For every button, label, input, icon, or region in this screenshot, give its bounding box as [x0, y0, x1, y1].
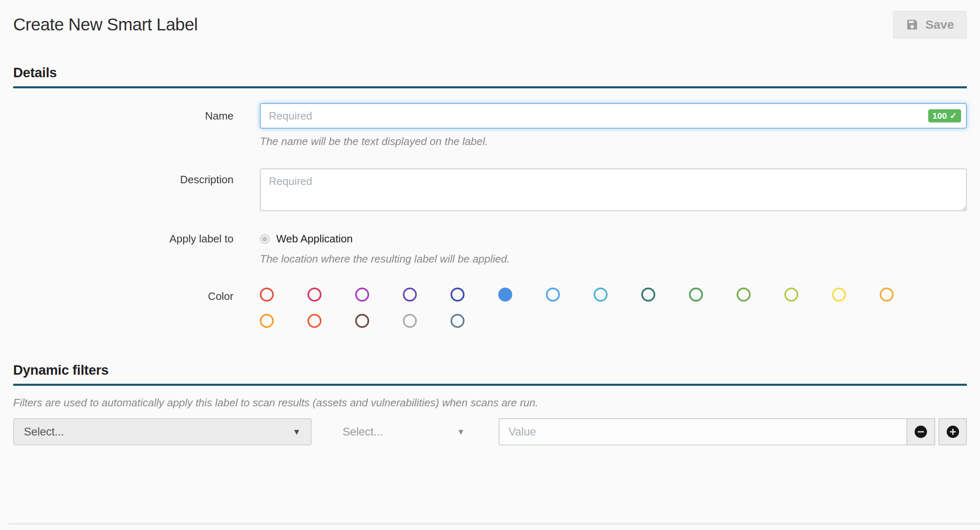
color-swatch[interactable] [451, 288, 465, 302]
check-icon: ✓ [950, 111, 957, 121]
color-swatch[interactable] [689, 288, 703, 302]
web-application-option-label: Web Application [276, 233, 353, 245]
plus-circle-icon [945, 424, 960, 439]
description-row: Description [13, 168, 967, 213]
color-swatch[interactable] [832, 288, 846, 302]
color-swatch[interactable] [355, 314, 369, 328]
topbar: Create New Smart Label Save [13, 0, 967, 39]
color-swatch[interactable] [594, 288, 608, 302]
details-section-rule [13, 86, 967, 88]
color-swatch[interactable] [641, 288, 655, 302]
filter-operator-select[interactable]: Select... ▼ [341, 418, 467, 445]
name-input[interactable] [260, 103, 967, 129]
apply-label-to-label: Apply label to [13, 233, 260, 265]
filter-value-group [499, 418, 935, 445]
radio-button-icon[interactable] [260, 234, 270, 244]
filter-category-placeholder: Select... [24, 426, 64, 438]
color-swatch[interactable] [403, 288, 417, 302]
filter-operator-placeholder: Select... [343, 426, 383, 438]
chars-remaining-badge: 100 ✓ [928, 109, 961, 122]
web-application-radio-option[interactable]: Web Application [260, 233, 967, 245]
caret-down-icon: ▼ [293, 427, 301, 437]
color-swatch[interactable] [451, 314, 465, 328]
color-label: Color [13, 288, 260, 328]
filter-row: Select... ▼ Select... ▼ [13, 418, 967, 445]
color-swatch[interactable] [307, 314, 321, 328]
caret-down-icon: ▼ [457, 427, 465, 437]
color-swatch[interactable] [260, 288, 274, 302]
dynamic-filters-description: Filters are used to automatically apply … [13, 396, 967, 409]
color-swatch[interactable] [546, 288, 560, 302]
dynamic-filters-section-title: Dynamic filters [13, 362, 967, 384]
color-swatch[interactable] [307, 288, 321, 302]
filter-category-select[interactable]: Select... ▼ [13, 418, 312, 445]
color-swatch[interactable] [403, 314, 417, 328]
color-swatch[interactable] [737, 288, 751, 302]
color-swatch[interactable] [880, 288, 894, 302]
add-filter-button[interactable] [938, 418, 967, 445]
color-swatch[interactable] [260, 314, 274, 328]
radio-dot [262, 237, 267, 242]
name-helper-text: The name will be the text displayed on t… [260, 135, 967, 148]
filter-value-input[interactable] [499, 419, 906, 445]
description-textarea[interactable] [260, 168, 967, 211]
color-swatch[interactable] [784, 288, 798, 302]
save-icon [906, 18, 919, 31]
name-label: Name [13, 103, 260, 148]
apply-label-helper-text: The location where the resulting label w… [260, 253, 967, 265]
color-swatch-row-2 [260, 314, 967, 328]
color-swatch-row-1 [260, 288, 967, 302]
remove-filter-button[interactable] [906, 419, 934, 445]
create-smart-label-page: Create New Smart Label Save Details Name… [0, 0, 980, 530]
minus-circle-icon [913, 424, 928, 439]
save-button-label: Save [925, 18, 954, 32]
description-label: Description [13, 168, 260, 213]
apply-label-to-row: Apply label to Web Application The locat… [13, 233, 967, 265]
page-title: Create New Smart Label [13, 15, 198, 35]
chars-remaining-count: 100 [932, 111, 947, 121]
color-swatch[interactable] [355, 288, 369, 302]
bottom-divider [8, 523, 980, 525]
color-row: Color [13, 288, 967, 328]
details-section-title: Details [13, 65, 967, 86]
name-row: Name 100 ✓ The name will be the text dis… [13, 103, 967, 148]
color-swatch-selected[interactable] [498, 288, 512, 302]
save-button[interactable]: Save [893, 11, 967, 39]
dynamic-filters-section-rule [13, 384, 967, 386]
